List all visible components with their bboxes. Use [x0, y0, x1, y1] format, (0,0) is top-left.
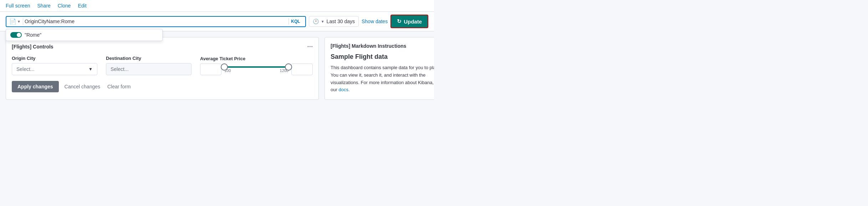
- refresh-icon: ↻: [397, 18, 402, 25]
- range-thumb-left[interactable]: [221, 63, 228, 71]
- markdown-panel: [Flights] Markdown Instructions Sample F…: [325, 37, 434, 100]
- destination-city-select[interactable]: Select...: [106, 63, 192, 75]
- document-icon: 📄: [9, 18, 16, 25]
- controls-panel-title: [Flights] Controls: [12, 44, 53, 50]
- apply-changes-button[interactable]: Apply changes: [12, 81, 59, 92]
- time-picker-chevron: ▼: [321, 20, 325, 24]
- panel-options-icon[interactable]: ⋯: [307, 43, 313, 50]
- origin-city-label: Origin City: [12, 56, 97, 61]
- update-button[interactable]: ↻ Update: [390, 15, 428, 28]
- search-input[interactable]: [25, 19, 287, 24]
- search-row: 📄 ▼ KQL "Rome" 🕐 ▼ Last 30 days Show dat…: [0, 12, 434, 31]
- destination-city-field: Destination City Select...: [106, 56, 192, 75]
- time-range-label: Last 30 days: [327, 19, 355, 24]
- top-nav: Full screen Share Clone Edit: [0, 0, 434, 12]
- clock-icon: 🕐: [313, 19, 319, 24]
- avg-ticket-price-field: Average Ticket Price 100 1200: [200, 56, 313, 75]
- controls-fields: Origin City Select... ▼ Destination City…: [12, 56, 313, 75]
- clone-link[interactable]: Clone: [58, 3, 71, 9]
- autocomplete-value: "Rome": [25, 32, 41, 38]
- destination-city-placeholder: Select...: [111, 66, 129, 72]
- markdown-text: This dashboard contains sample data for …: [331, 64, 434, 94]
- markdown-panel-title: [Flights] Markdown Instructions: [331, 43, 434, 49]
- time-picker[interactable]: 🕐 ▼ Last 30 days: [309, 16, 359, 27]
- main-content: [Flights] Controls ⋯ Origin City Select.…: [0, 31, 434, 105]
- clear-form-button[interactable]: Clear form: [106, 81, 132, 92]
- update-label: Update: [404, 19, 422, 25]
- edit-link[interactable]: Edit: [78, 3, 86, 9]
- search-icon-area[interactable]: 📄 ▼: [9, 18, 23, 25]
- origin-city-select[interactable]: Select... ▼: [12, 63, 97, 75]
- controls-panel: [Flights] Controls ⋯ Origin City Select.…: [6, 37, 319, 100]
- controls-panel-header: [Flights] Controls ⋯: [12, 43, 313, 50]
- origin-city-field: Origin City Select... ▼: [12, 56, 97, 75]
- search-bar: 📄 ▼ KQL: [6, 16, 306, 27]
- show-dates-link[interactable]: Show dates: [362, 19, 388, 24]
- action-buttons: Apply changes Cancel changes Clear form: [12, 81, 313, 92]
- range-labels: 100 1200: [224, 68, 289, 73]
- range-max-input[interactable]: [291, 63, 313, 75]
- cancel-changes-button[interactable]: Cancel changes: [63, 81, 102, 92]
- chevron-down-icon: ▼: [17, 20, 21, 24]
- range-fill: [224, 66, 289, 68]
- origin-city-placeholder: Select...: [16, 66, 35, 72]
- range-controls: 100 1200: [200, 63, 313, 75]
- range-track-container: 100 1200: [224, 66, 289, 73]
- range-track: [224, 66, 289, 68]
- share-link[interactable]: Share: [37, 3, 50, 9]
- markdown-heading: Sample Flight data: [331, 53, 434, 61]
- autocomplete-dropdown: "Rome": [6, 29, 163, 41]
- fullscreen-link[interactable]: Full screen: [6, 3, 30, 9]
- toggle-icon: [10, 32, 22, 38]
- origin-city-chevron: ▼: [88, 67, 93, 72]
- range-min-input[interactable]: [200, 63, 221, 75]
- kql-badge[interactable]: KQL: [289, 18, 302, 25]
- docs-link[interactable]: docs: [338, 87, 348, 92]
- range-thumb-right[interactable]: [285, 63, 292, 71]
- destination-city-label: Destination City: [106, 56, 192, 61]
- autocomplete-item[interactable]: "Rome": [6, 29, 162, 41]
- avg-ticket-price-label: Average Ticket Price: [200, 56, 313, 61]
